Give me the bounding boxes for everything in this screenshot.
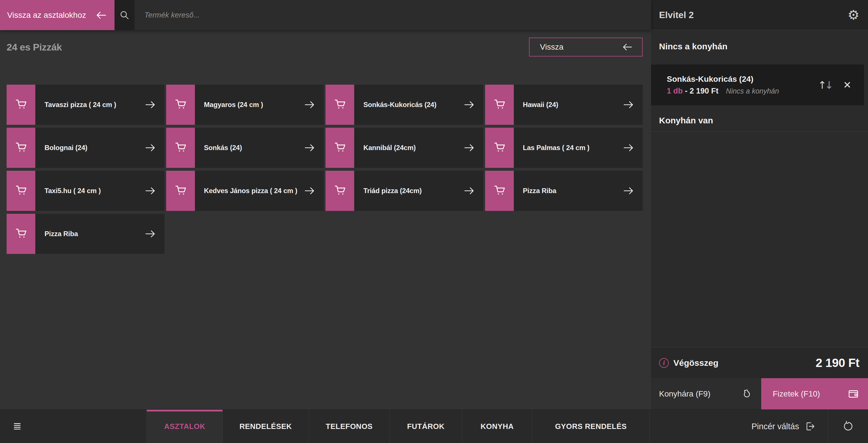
product-tile[interactable]: Las Palmas ( 24 cm ) <box>485 128 643 168</box>
back-button[interactable]: Vissza <box>529 38 643 57</box>
nav-tab-label: RENDELÉSEK <box>239 422 292 431</box>
nav-tab-label: TELEFONOS <box>326 422 373 431</box>
product-name: Magyaros (24 cm ) <box>195 100 303 109</box>
remove-item-icon[interactable]: ✕ <box>843 79 851 91</box>
product-name: Kedves János pizza ( 24 cm ) <box>195 187 303 195</box>
nav-tab[interactable]: FUTÁROK <box>390 410 462 443</box>
order-item-qty: 1 db <box>667 87 683 96</box>
product-name: Pizza Riba <box>514 187 622 195</box>
product-tile[interactable]: Sonkás-Kukoricás (24) <box>326 85 484 125</box>
product-tile[interactable]: Magyaros (24 cm ) <box>166 85 324 125</box>
product-name: Bolognai (24) <box>35 144 144 152</box>
product-tile[interactable]: Kannibál (24cm) <box>326 128 484 168</box>
cart-icon <box>485 85 514 125</box>
product-tile[interactable]: Triád pizza (24cm) <box>326 171 484 211</box>
waiter-switch-button[interactable]: Pincér váltás <box>751 421 816 432</box>
arrow-right-icon <box>622 185 643 197</box>
info-icon[interactable]: i <box>659 358 669 368</box>
arrow-right-icon <box>144 98 164 111</box>
product-browser: 24 es Pizzák Vissza <box>0 30 651 409</box>
nav-tab[interactable]: GYORS RENDELÉS <box>532 410 650 443</box>
order-item-name: Sonkás-Kukoricás (24) <box>667 74 818 84</box>
arrow-right-icon <box>463 98 484 111</box>
product-name: Tavaszi pizza ( 24 cm ) <box>35 100 144 109</box>
nav-tab[interactable]: RENDELÉSEK <box>222 410 309 443</box>
order-list-empty-space <box>651 132 868 347</box>
top-bar: Vissza az asztalokhoz <box>0 0 651 30</box>
total-row: i Végösszeg 2 190 Ft <box>651 347 868 378</box>
pos-app: Vissza az asztalokhoz <box>0 0 868 443</box>
cart-icon <box>7 128 35 168</box>
cart-icon <box>326 85 354 125</box>
cart-icon <box>485 171 514 211</box>
product-name: Triád pizza (24cm) <box>354 187 463 195</box>
arrow-right-icon <box>144 185 164 197</box>
nav-tab-label: FUTÁROK <box>407 422 445 431</box>
nav-tab[interactable]: KONYHA <box>462 410 532 443</box>
product-tile[interactable]: Pizza Riba <box>7 214 164 254</box>
order-item-status: Nincs a konyhán <box>726 87 779 95</box>
cart-icon <box>326 171 354 211</box>
menu-icon[interactable] <box>12 421 22 431</box>
order-item-price: 2 190 Ft <box>690 87 719 96</box>
send-to-kitchen-label: Konyhára (F9) <box>659 389 741 399</box>
flame-icon <box>741 388 753 400</box>
order-title: Elvitel 2 <box>659 10 848 20</box>
product-tile[interactable]: Bolognai (24) <box>7 128 164 168</box>
product-tile[interactable]: Tavaszi pizza ( 24 cm ) <box>7 85 164 125</box>
arrow-right-icon <box>463 185 484 197</box>
arrow-right-icon <box>303 141 324 154</box>
arrow-right-icon <box>303 98 324 111</box>
bottom-nav: ASZTALOK RENDELÉSEK TELEFONOS FUTÁROK KO… <box>0 409 868 443</box>
product-name: Kannibál (24cm) <box>354 144 463 152</box>
total-value: 2 190 Ft <box>816 356 859 370</box>
product-tile[interactable]: Hawaii (24) <box>485 85 643 125</box>
pay-button[interactable]: Fizetek (F10) <box>761 378 868 409</box>
waiter-switch-label: Pincér váltás <box>751 422 799 431</box>
cart-icon <box>7 171 35 211</box>
order-panel-header: Elvitel 2 ⚙ <box>651 0 868 30</box>
arrow-right-icon <box>463 141 484 154</box>
order-item-card[interactable]: Sonkás-Kukoricás (24) 1 db - 2 190 Ft Ni… <box>651 65 864 105</box>
cart-icon <box>166 128 195 168</box>
pay-button-label: Fizetek (F10) <box>773 389 847 399</box>
arrow-left-icon <box>621 41 633 53</box>
section-not-in-kitchen: Nincs a konyhán <box>659 41 860 51</box>
send-to-kitchen-button[interactable]: Konyhára (F9) <box>651 378 761 409</box>
gear-icon[interactable]: ⚙ <box>848 8 859 22</box>
product-tile[interactable]: Kedves János pizza ( 24 cm ) <box>166 171 324 211</box>
section-in-kitchen: Konyhán van <box>659 116 860 125</box>
main-area: Vissza az asztalokhoz <box>0 0 651 409</box>
nav-tab[interactable]: ASZTALOK <box>147 410 222 443</box>
cart-icon <box>7 214 35 254</box>
arrow-right-icon <box>144 141 164 154</box>
nav-tab-label: KONYHA <box>480 422 514 431</box>
arrow-right-icon <box>622 98 643 111</box>
product-name: Sonkás (24) <box>195 144 303 152</box>
back-button-label: Vissza <box>540 42 621 52</box>
back-to-tables-button[interactable]: Vissza az asztalokhoz <box>0 0 115 30</box>
logout-icon <box>804 421 816 432</box>
nav-tabs: ASZTALOK RENDELÉSEK TELEFONOS FUTÁROK KO… <box>147 410 650 443</box>
back-to-tables-label: Vissza az asztalokhoz <box>7 11 95 20</box>
arrow-right-icon <box>303 185 324 197</box>
total-label: Végösszeg <box>673 358 816 368</box>
arrow-right-icon <box>622 141 643 154</box>
wallet-icon <box>847 388 859 400</box>
product-tile[interactable]: Taxi5.hu ( 24 cm ) <box>7 171 164 211</box>
refresh-button[interactable] <box>828 420 868 432</box>
cart-icon <box>485 128 514 168</box>
cart-icon <box>326 128 354 168</box>
reorder-icon[interactable]: ↑↓ <box>818 79 833 91</box>
cart-icon <box>7 85 35 125</box>
product-tile[interactable]: Sonkás (24) <box>166 128 324 168</box>
order-panel: Elvitel 2 ⚙ Nincs a konyhán Sonkás-Kukor… <box>651 0 868 409</box>
nav-tab[interactable]: TELEFONOS <box>309 410 390 443</box>
cart-icon <box>166 171 195 211</box>
product-name: Taxi5.hu ( 24 cm ) <box>35 187 144 195</box>
product-name: Hawaii (24) <box>514 100 622 109</box>
category-title: 24 es Pizzák <box>7 41 62 53</box>
product-search-input[interactable] <box>135 0 651 30</box>
cart-icon <box>166 85 195 125</box>
product-tile[interactable]: Pizza Riba <box>485 171 643 211</box>
